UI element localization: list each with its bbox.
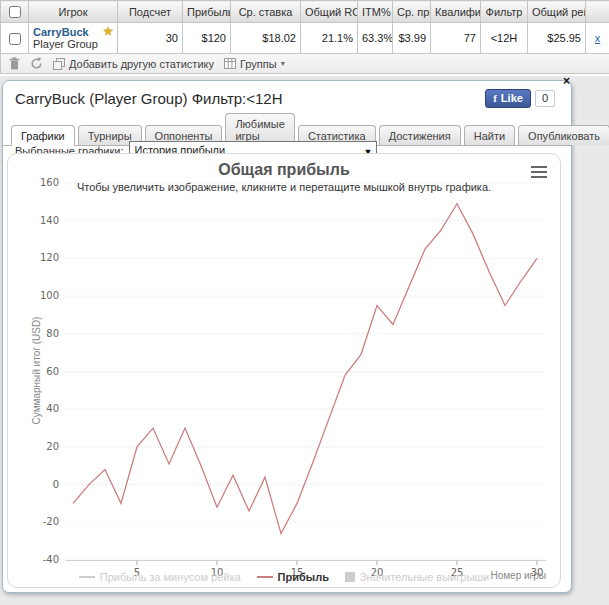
groups-caret-icon: ▾	[281, 59, 285, 68]
player-group-label: Player Group	[33, 38, 113, 50]
star-icon: ★	[103, 26, 113, 37]
count-value: 30	[118, 23, 183, 54]
tab-achievements[interactable]: Достижения	[379, 125, 461, 145]
column-header-remove	[586, 1, 609, 23]
trash-icon	[9, 57, 20, 70]
facebook-like-widget: fLike 0	[485, 89, 555, 108]
y-tick-label: 120	[40, 252, 59, 263]
legend-label: Прибыль за минусом рейка	[100, 571, 241, 583]
row-checkbox[interactable]	[9, 33, 21, 45]
row-select-cell	[1, 23, 29, 54]
chart-legend: Прибыль за минусом рейка Прибыль Значите…	[8, 571, 560, 583]
filter-value: <12H	[481, 23, 528, 54]
legend-label: Прибыль	[278, 571, 329, 583]
line-swatch-icon	[257, 576, 273, 578]
avg-profit-value: $3.99	[393, 23, 431, 54]
select-all-checkbox[interactable]	[9, 6, 21, 18]
column-header-avg-stake[interactable]: Ср. ставка	[231, 1, 301, 23]
facebook-like-label: Like	[501, 92, 523, 104]
legend-item-profit[interactable]: Прибыль	[257, 571, 329, 583]
y-tick-label: 20	[46, 441, 59, 452]
facebook-like-button[interactable]: fLike	[485, 89, 531, 108]
square-swatch-icon	[345, 572, 355, 582]
panel-title: CarryBuck (Player Group) Фильтр:<12H	[15, 90, 283, 107]
groups-button[interactable]: Группы ▾	[224, 58, 285, 70]
column-header-count[interactable]: Подсчет	[118, 1, 183, 23]
y-tick-label: 100	[40, 290, 59, 301]
y-tick-label: 40	[46, 403, 59, 414]
tab-find[interactable]: Найти	[464, 125, 515, 145]
player-cell[interactable]: CarryBuck★ Player Group	[29, 23, 118, 54]
close-icon[interactable]: ×	[563, 74, 570, 88]
select-all-cell	[1, 1, 29, 23]
add-statistic-icon	[53, 58, 65, 70]
y-tick-label: 80	[46, 328, 59, 339]
avg-stake-value: $18.02	[231, 23, 301, 54]
qualification-value: 77	[431, 23, 481, 54]
y-tick-label: -40	[43, 554, 59, 565]
y-tick-label: 60	[46, 366, 59, 377]
legend-label: Значительные выигрыши	[360, 571, 489, 583]
y-tick-label: -20	[43, 516, 59, 527]
add-statistic-label: Добавить другую статистику	[69, 58, 214, 70]
profit-value: $120	[183, 23, 231, 54]
tab-publish[interactable]: Опубликовать	[518, 125, 609, 145]
chart-title: Общая прибыль	[8, 161, 560, 179]
stats-header-row: Игрок Подсчет Прибыль Ср. ставка Общий R…	[1, 1, 609, 23]
facebook-like-count: 0	[535, 90, 555, 107]
remove-cell: x	[586, 23, 609, 54]
hamburger-menu-icon[interactable]	[531, 166, 547, 181]
facebook-icon: f	[493, 92, 497, 104]
y-tick-label: 0	[53, 479, 59, 490]
chart-subtitle: Чтобы увеличить изображение, кликните и …	[8, 181, 560, 193]
add-statistic-button[interactable]: Добавить другую статистику	[53, 58, 214, 70]
column-header-profit[interactable]: Прибыль	[183, 1, 231, 23]
itm-value: 63.3%	[358, 23, 393, 54]
column-header-roi[interactable]: Общий ROI	[301, 1, 358, 23]
player-name[interactable]: CarryBuck	[33, 26, 89, 38]
remove-row-link[interactable]: x	[590, 32, 605, 44]
profit-chart-plot[interactable]: -40-2002040608010012014016051015202530	[8, 154, 558, 585]
legend-item-significant-wins[interactable]: Значительные выигрыши	[345, 571, 489, 583]
delete-button[interactable]	[9, 57, 20, 70]
column-header-itm[interactable]: ITM%	[358, 1, 393, 23]
groups-label: Группы	[240, 58, 277, 70]
table-row: CarryBuck★ Player Group 30 $120 $18.02 2…	[1, 23, 609, 54]
column-header-player[interactable]: Игрок	[29, 1, 118, 23]
column-header-avg-profit[interactable]: Ср. приб	[393, 1, 431, 23]
column-header-filter[interactable]: Фильтр	[481, 1, 528, 23]
y-tick-label: 140	[40, 215, 59, 226]
groups-icon	[224, 58, 236, 69]
rake-value: $25.95	[528, 23, 586, 54]
legend-item-profit-minus-rake[interactable]: Прибыль за минусом рейка	[79, 571, 241, 583]
y-axis-title: Суммарный итог (USD)	[31, 301, 42, 441]
stats-toolbar: Добавить другую статистику Группы ▾	[0, 54, 609, 74]
chart-card: -40-2002040608010012014016051015202530 О…	[7, 153, 561, 588]
refresh-icon	[30, 57, 43, 70]
refresh-button[interactable]	[30, 57, 43, 70]
roi-value: 21.1%	[301, 23, 358, 54]
player-stats-panel: CarryBuck (Player Group) Фильтр:<12H × f…	[2, 80, 572, 593]
column-header-rake[interactable]: Общий рейк	[528, 1, 586, 23]
stats-table: Игрок Подсчет Прибыль Ср. ставка Общий R…	[0, 0, 609, 54]
line-swatch-icon	[79, 576, 95, 578]
column-header-qualification[interactable]: Квалифика	[431, 1, 481, 23]
